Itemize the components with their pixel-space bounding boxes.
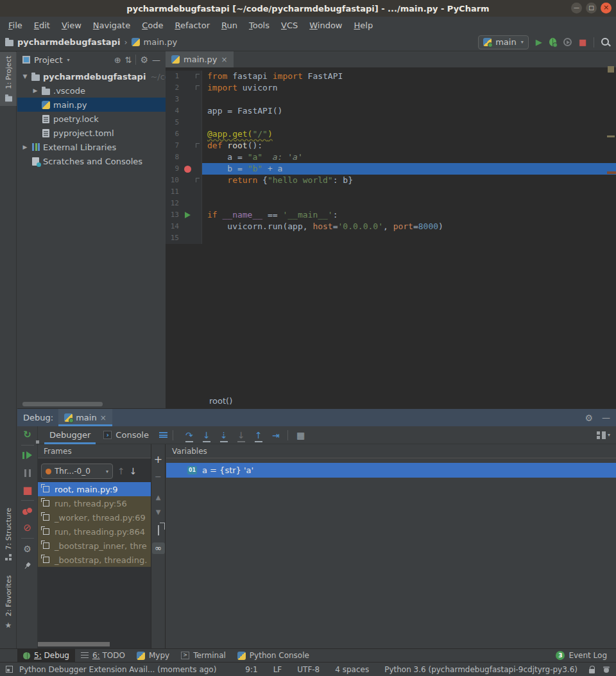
evaluate-expression-icon[interactable]: ▦	[296, 430, 305, 440]
run-button[interactable]: ▶	[536, 37, 542, 47]
close-session-icon[interactable]: ×	[100, 413, 107, 422]
hector-inspector-icon[interactable]	[603, 666, 610, 673]
frame-row-bootstrap-threading[interactable]: _bootstrap, threading.	[38, 553, 151, 567]
gear-icon[interactable]: ⚙	[140, 55, 148, 64]
step-into-my-code-icon[interactable]: ⇣	[218, 429, 230, 441]
caret-position[interactable]: 9:1	[245, 665, 257, 674]
menu-run[interactable]: Run	[216, 21, 243, 30]
minimize-button[interactable]: —	[571, 3, 582, 13]
next-frame-icon[interactable]: ↓	[130, 466, 137, 476]
frame-row-root-main-py-9[interactable]: root, main.py:9	[38, 482, 151, 496]
menu-window[interactable]: Window	[304, 21, 348, 30]
tree-item-poetry-lock[interactable]: poetry.lock	[17, 112, 166, 126]
restore-layout-icon[interactable]	[597, 431, 606, 439]
frame-row-bootstrap-inner-thre[interactable]: _bootstrap_inner, thre	[38, 539, 151, 553]
debug-settings-icon[interactable]: ⚙	[17, 540, 38, 557]
layout-settings-icon[interactable]	[159, 432, 167, 438]
project-panel-title[interactable]: Project	[34, 55, 62, 65]
menu-navigate[interactable]: Navigate	[87, 21, 136, 30]
breadcrumb-project[interactable]: pycharmdebugfastapi	[17, 37, 120, 47]
toolwindow-tab-python-console[interactable]: Python Console	[232, 649, 315, 663]
menu-vcs[interactable]: VCS	[275, 21, 304, 30]
step-over-icon[interactable]: ↷	[184, 429, 195, 441]
project-horizontal-scrollbar[interactable]	[22, 402, 103, 406]
step-out-icon[interactable]: ↑	[253, 429, 264, 441]
tree-item-main-py[interactable]: main.py	[17, 98, 166, 112]
pause-icon[interactable]	[24, 469, 31, 477]
event-log-button[interactable]: 3Event Log	[556, 651, 616, 660]
fold-marker-icon[interactable]	[196, 74, 200, 78]
previous-frame-icon[interactable]: ↑	[117, 466, 125, 476]
code-area[interactable]: 1from fastapi import FastAPI2import uvic…	[166, 67, 616, 244]
view-breakpoints-icon[interactable]	[22, 507, 32, 515]
tool-window-toggle-icon[interactable]	[6, 666, 13, 673]
move-up-icon[interactable]: ▲	[156, 494, 161, 501]
toolwindow-tab-6-todo[interactable]: 6: TODO	[75, 649, 131, 663]
frame-row-run-thread-py-56[interactable]: run, thread.py:56	[38, 496, 151, 510]
menu-edit[interactable]: Edit	[28, 21, 56, 30]
rerun-icon[interactable]: ↻	[17, 426, 38, 444]
inspection-indicator[interactable]	[608, 66, 614, 73]
thread-select[interactable]: Thr...-0_0 ▾	[41, 464, 113, 479]
add-watch-icon[interactable]: +	[154, 455, 162, 465]
hide-panel-icon[interactable]: —	[152, 56, 160, 64]
tree-item-pycharmdebugfastapi[interactable]: ▼pycharmdebugfastapi~/code	[17, 69, 166, 83]
toolwindow-tab-5-debug[interactable]: 5: Debug	[17, 649, 75, 663]
menu-help[interactable]: Help	[348, 21, 379, 30]
maximize-button[interactable]: □	[586, 3, 597, 13]
run-to-cursor-icon[interactable]: ⇥	[270, 429, 282, 441]
pin-icon[interactable]	[21, 560, 33, 571]
breadcrumb-file[interactable]: main.py	[144, 37, 178, 47]
menu-code[interactable]: Code	[136, 21, 169, 30]
menu-file[interactable]: File	[3, 21, 28, 30]
sidebar-item-favorites[interactable]: 2: Favorites ★	[0, 571, 17, 634]
step-into-icon[interactable]: ↓	[201, 429, 212, 441]
lock-icon[interactable]	[589, 666, 595, 673]
fold-marker-icon[interactable]	[196, 143, 200, 148]
coverage-button[interactable]	[563, 38, 572, 46]
search-everywhere-icon[interactable]	[601, 38, 610, 46]
mute-breakpoints-icon[interactable]: ⊘	[17, 519, 38, 537]
gear-icon[interactable]: ⚙	[585, 413, 593, 422]
breakpoint-stripe-mark[interactable]	[607, 171, 616, 174]
sidebar-item-project[interactable]: 1: Project	[0, 52, 17, 106]
toolwindow-tab-terminal[interactable]: Terminal	[175, 649, 232, 663]
move-down-icon[interactable]: ▼	[156, 508, 161, 516]
tree-item-scratches-and-consoles[interactable]: Scratches and Consoles	[17, 154, 166, 168]
toolwindow-tab-mypy[interactable]: Mypy	[131, 649, 175, 663]
tab-debugger[interactable]: Debugger	[43, 426, 97, 444]
duplicate-watch-icon[interactable]	[158, 525, 159, 535]
frame-row-worker-thread-py-69[interactable]: _worker, thread.py:69	[38, 510, 151, 524]
tree-item-vscode[interactable]: ▶.vscode	[17, 83, 166, 98]
run-gutter-icon[interactable]	[185, 212, 191, 218]
debug-session-tab[interactable]: main ×	[58, 409, 112, 426]
frame-row-run-threading-py-864[interactable]: run, threading.py:864	[38, 524, 151, 539]
menu-refactor[interactable]: Refactor	[169, 21, 216, 30]
show-watches-icon[interactable]: ∞	[152, 542, 165, 554]
remove-watch-icon[interactable]: −	[155, 472, 162, 481]
python-interpreter[interactable]: Python 3.6 (pycharmdebugfastapi-9cdjtyrg…	[384, 665, 578, 674]
fold-marker-icon[interactable]	[196, 85, 200, 90]
breakpoint-dot[interactable]	[184, 166, 191, 173]
tree-item-external-libraries[interactable]: ▶External Libraries	[17, 140, 166, 154]
tree-item-pyproject-toml[interactable]: pyproject.toml	[17, 126, 166, 140]
line-separator[interactable]: LF	[273, 665, 282, 674]
editor-breadcrumb[interactable]: root()	[166, 394, 616, 408]
debug-button[interactable]	[549, 38, 556, 46]
close-tab-icon[interactable]: ×	[221, 55, 228, 64]
indent-style[interactable]: 4 spaces	[335, 665, 369, 674]
close-button[interactable]: ×	[601, 3, 612, 13]
stop-button[interactable]: ■	[579, 37, 586, 47]
hide-panel-icon[interactable]: —	[602, 413, 610, 422]
stop-icon[interactable]: ■	[17, 481, 38, 499]
file-encoding[interactable]: UTF-8	[297, 665, 320, 674]
locate-file-icon[interactable]: ⊕	[114, 56, 121, 64]
tab-console[interactable]: Console	[97, 426, 155, 444]
frames-horizontal-scrollbar[interactable]	[38, 642, 110, 646]
run-configuration-select[interactable]: main ▾	[478, 35, 529, 49]
menu-view[interactable]: View	[56, 21, 87, 30]
resume-icon[interactable]	[22, 451, 32, 460]
warning-stripe-mark[interactable]	[607, 135, 615, 137]
fold-marker-icon[interactable]	[196, 178, 200, 182]
variable-row[interactable]: 01a = {str} 'a'	[166, 463, 616, 478]
